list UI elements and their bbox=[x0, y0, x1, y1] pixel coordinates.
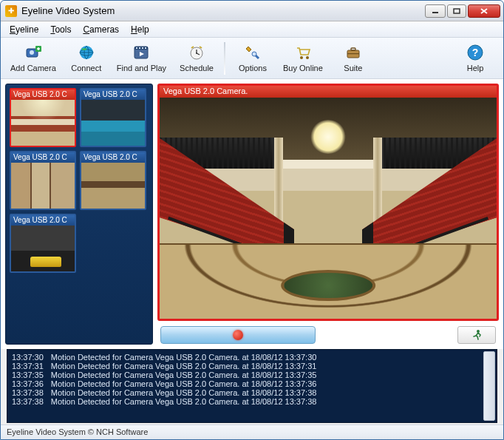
log-message: Motion Detected for Camera Vega USB 2.0 … bbox=[51, 379, 324, 388]
thumbnail-label: Vega USB 2.0 C bbox=[11, 152, 75, 163]
menu-help[interactable]: Help bbox=[125, 23, 155, 36]
toolbar-label: Add Camera bbox=[10, 64, 56, 72]
record-button[interactable] bbox=[160, 326, 316, 344]
cart-icon bbox=[294, 44, 312, 61]
motion-run-button[interactable] bbox=[457, 326, 496, 344]
thumbnail-label: Vega USB 2.0 C bbox=[11, 89, 75, 100]
log-scrollbar[interactable] bbox=[483, 351, 495, 421]
tools-icon bbox=[244, 44, 262, 61]
svg-rect-19 bbox=[351, 48, 355, 50]
camera-thumbnail[interactable]: Vega USB 2.0 C bbox=[80, 88, 146, 147]
statusbar: Eyeline Video System © NCH Software bbox=[1, 424, 503, 439]
thumbnail-image bbox=[81, 100, 145, 146]
close-button[interactable] bbox=[468, 4, 500, 18]
thumbnail-image bbox=[81, 163, 145, 209]
preview-pane: Vega USB 2.0 Camera. bbox=[157, 84, 499, 345]
connect-button[interactable]: Connect bbox=[63, 39, 110, 78]
help-icon: ? bbox=[466, 44, 484, 61]
preview-title: Vega USB 2.0 Camera. bbox=[160, 86, 497, 98]
thumbnail-label: Vega USB 2.0 C bbox=[11, 215, 75, 226]
svg-rect-20 bbox=[347, 53, 359, 54]
toolbar-separator bbox=[224, 42, 225, 75]
log-time: 13:37:31 bbox=[12, 362, 51, 370]
running-person-icon bbox=[471, 329, 483, 341]
toolbar: Add Camera Connect Find and Play Schedul… bbox=[1, 38, 503, 79]
titlebar: ✚ Eyeline Video System bbox=[1, 1, 503, 21]
options-button[interactable]: Options bbox=[229, 39, 276, 78]
svg-point-17 bbox=[306, 56, 309, 59]
preview-box: Vega USB 2.0 Camera. bbox=[157, 84, 499, 321]
log-time: 13:37:30 bbox=[12, 353, 51, 362]
log-row: 13:37:35Motion Detected for Camera Vega … bbox=[12, 370, 324, 379]
film-play-icon bbox=[132, 44, 150, 61]
thumbnail-label: Vega USB 2.0 C bbox=[81, 152, 145, 163]
svg-rect-10 bbox=[139, 47, 140, 49]
menu-cameras[interactable]: Cameras bbox=[77, 23, 125, 36]
camera-thumbnail[interactable]: Vega USB 2.0 C bbox=[10, 214, 76, 273]
window-controls bbox=[423, 4, 500, 18]
thumbnail-image bbox=[11, 226, 75, 271]
log-message: Motion Detected for Camera Vega USB 2.0 … bbox=[51, 388, 324, 397]
log-time: 13:37:36 bbox=[12, 379, 51, 388]
svg-rect-1 bbox=[454, 9, 460, 13]
add-camera-icon bbox=[24, 44, 42, 61]
thumbnail-image bbox=[11, 100, 75, 146]
log-pane[interactable]: 13:37:30Motion Detected for Camera Vega … bbox=[7, 349, 497, 423]
globe-icon bbox=[78, 44, 95, 61]
svg-text:?: ? bbox=[472, 47, 479, 58]
buy-online-button[interactable]: Buy Online bbox=[278, 39, 328, 78]
window-title: Eyeline Video System bbox=[21, 5, 423, 16]
toolbar-label: Find and Play bbox=[117, 64, 166, 72]
preview-controls bbox=[157, 325, 499, 345]
log-row: 13:37:38Motion Detected for Camera Vega … bbox=[12, 397, 324, 406]
camera-thumbnail[interactable]: Vega USB 2.0 C bbox=[10, 151, 76, 210]
log-table: 13:37:30Motion Detected for Camera Vega … bbox=[12, 353, 324, 406]
log-row: 13:37:30Motion Detected for Camera Vega … bbox=[12, 353, 324, 362]
thumbnail-label: Vega USB 2.0 C bbox=[81, 89, 145, 100]
toolbar-label: Help bbox=[467, 64, 484, 72]
minimize-button[interactable] bbox=[425, 4, 446, 18]
svg-rect-0 bbox=[432, 12, 438, 13]
log-row: 13:37:36Motion Detected for Camera Vega … bbox=[12, 379, 324, 388]
toolbar-label: Connect bbox=[71, 64, 101, 72]
menu-tools[interactable]: Tools bbox=[44, 23, 77, 36]
preview-scene bbox=[160, 98, 497, 319]
close-icon bbox=[480, 7, 488, 15]
find-play-button[interactable]: Find and Play bbox=[112, 39, 171, 78]
app-window: ✚ Eyeline Video System Eyeline Tools Cam… bbox=[0, 0, 504, 440]
log-message: Motion Detected for Camera Vega USB 2.0 … bbox=[51, 397, 324, 406]
toolbar-label: Suite bbox=[344, 64, 362, 72]
maximize-icon bbox=[453, 8, 460, 14]
camera-thumbnails-pane: Vega USB 2.0 CVega USB 2.0 CVega USB 2.0… bbox=[5, 84, 153, 345]
svg-point-3 bbox=[30, 50, 34, 55]
toolbar-label: Options bbox=[239, 64, 267, 72]
preview-video[interactable] bbox=[160, 98, 497, 319]
toolbar-label: Buy Online bbox=[283, 64, 323, 72]
help-button[interactable]: ? Help bbox=[452, 39, 499, 78]
status-text: Eyeline Video System © NCH Software bbox=[7, 427, 148, 436]
maximize-button[interactable] bbox=[447, 4, 466, 18]
camera-thumbnail[interactable]: Vega USB 2.0 C bbox=[10, 88, 76, 147]
clock-icon bbox=[188, 44, 205, 61]
svg-point-15 bbox=[252, 52, 256, 56]
suite-button[interactable]: Suite bbox=[330, 39, 377, 78]
app-icon: ✚ bbox=[5, 5, 17, 17]
svg-rect-11 bbox=[142, 47, 143, 49]
record-icon bbox=[233, 330, 243, 340]
camera-thumbnail[interactable]: Vega USB 2.0 C bbox=[80, 151, 146, 210]
content-area: Vega USB 2.0 CVega USB 2.0 CVega USB 2.0… bbox=[1, 79, 503, 349]
add-camera-button[interactable]: Add Camera bbox=[5, 39, 61, 78]
log-time: 13:37:35 bbox=[12, 370, 51, 379]
log-message: Motion Detected for Camera Vega USB 2.0 … bbox=[51, 370, 324, 379]
log-time: 13:37:38 bbox=[12, 397, 51, 406]
briefcase-icon bbox=[344, 44, 362, 61]
svg-point-16 bbox=[300, 56, 303, 59]
schedule-button[interactable]: Schedule bbox=[173, 39, 220, 78]
menu-eyeline[interactable]: Eyeline bbox=[4, 23, 44, 36]
log-message: Motion Detected for Camera Vega USB 2.0 … bbox=[51, 353, 324, 362]
svg-rect-9 bbox=[136, 47, 137, 49]
svg-rect-12 bbox=[145, 47, 146, 49]
toolbar-label: Schedule bbox=[180, 64, 214, 72]
log-time: 13:37:38 bbox=[12, 388, 51, 397]
log-row: 13:37:38Motion Detected for Camera Vega … bbox=[12, 388, 324, 397]
